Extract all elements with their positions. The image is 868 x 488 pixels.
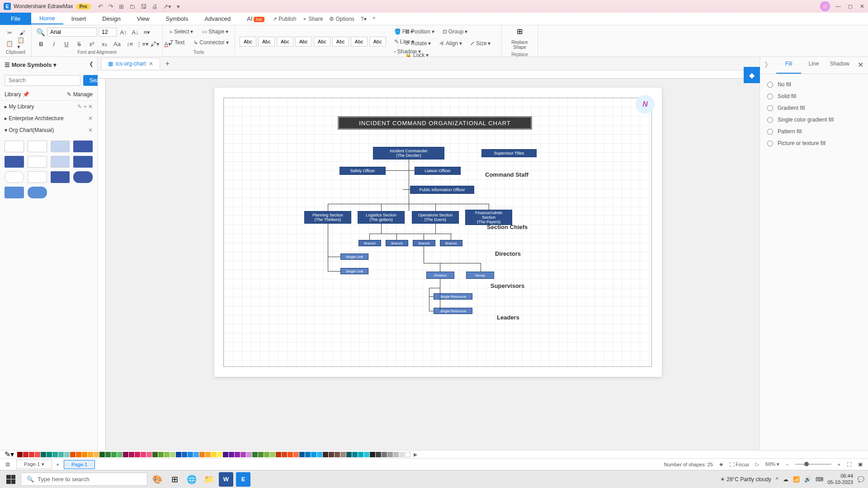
shape-stencil[interactable] [73, 141, 93, 152]
gradient-fill-option[interactable]: Gradient fill [767, 102, 861, 114]
color-swatch[interactable] [387, 452, 393, 457]
color-swatch[interactable] [299, 452, 305, 457]
color-swatch[interactable] [123, 452, 128, 457]
color-swatch[interactable] [135, 452, 140, 457]
menu-design[interactable]: Design [94, 14, 128, 24]
node-logistics[interactable]: Logistics Section(The getters) [358, 211, 405, 224]
shape-stencil[interactable] [28, 156, 47, 168]
user-avatar[interactable] [820, 1, 830, 11]
undo-button[interactable]: ↶ [98, 3, 103, 10]
label-section-chiefs[interactable]: Section Chiefs [487, 224, 528, 230]
page-select[interactable]: Page-1 ▾ [16, 460, 52, 469]
start-button[interactable] [4, 472, 18, 487]
color-swatch[interactable] [23, 452, 28, 457]
document-tab[interactable]: ▦ ics-org-chart ✕ [101, 58, 160, 69]
collapse-ribbon-button[interactable]: ^ [373, 16, 376, 22]
color-swatch[interactable] [358, 452, 363, 457]
style-swatch-5[interactable]: Abc [314, 37, 330, 47]
shape-stencil[interactable] [28, 187, 47, 198]
menu-view[interactable]: View [129, 14, 158, 24]
bullet-button[interactable]: ⋮≡▾ [137, 39, 147, 49]
node-division[interactable]: Division [426, 272, 454, 279]
my-library-item[interactable]: ▸ My Library [5, 103, 34, 110]
color-swatch[interactable] [205, 452, 211, 457]
subscript-button[interactable]: x₂ [99, 39, 109, 49]
weather-widget[interactable]: ☀ 28°C Partly cloudy [720, 476, 771, 483]
shape-stencil[interactable] [5, 171, 24, 183]
library-label[interactable]: Library 📌 [5, 91, 29, 98]
color-swatch[interactable] [64, 452, 70, 457]
no-fill-option[interactable]: No fill [767, 79, 861, 90]
color-swatch[interactable] [364, 452, 369, 457]
label-leaders[interactable]: Leaders [497, 314, 519, 321]
font-size-select[interactable] [99, 28, 117, 37]
zoom-in-button[interactable]: + [838, 462, 840, 467]
taskbar-taskview-icon[interactable]: ⊞ [167, 472, 182, 487]
node-finance[interactable]: Finance/Admin Section(The Payers) [465, 210, 512, 225]
color-swatch[interactable] [146, 452, 152, 457]
fill-tab[interactable]: Fill [776, 57, 801, 74]
shape-stencil[interactable] [51, 171, 70, 183]
color-swatch[interactable] [340, 452, 346, 457]
color-swatch[interactable] [170, 452, 175, 457]
shape-stencil[interactable] [28, 141, 47, 152]
color-swatch[interactable] [264, 452, 269, 457]
color-swatch[interactable] [52, 452, 58, 457]
node-branch-2[interactable]: Branch [386, 240, 408, 246]
color-swatch[interactable] [76, 452, 81, 457]
tray-onedrive-icon[interactable]: ☁ [783, 476, 788, 483]
windows-search[interactable]: 🔍 Type here to search [21, 473, 147, 486]
tray-notifications-icon[interactable]: 💬 [858, 476, 864, 483]
fit-page-button[interactable]: ⛶ [847, 462, 852, 467]
connector-tool-button[interactable]: ↳ Connector ▾ [191, 38, 231, 47]
color-swatch[interactable] [58, 452, 64, 457]
node-safety-officer[interactable]: Safety Officer [340, 167, 386, 175]
italic-button[interactable]: I [49, 39, 59, 49]
color-swatch[interactable] [217, 452, 222, 457]
color-swatch[interactable] [399, 452, 405, 457]
org-chart-item[interactable]: ▾ Org Chart(Manual) [5, 127, 54, 133]
presentation-icon[interactable]: ▷ [755, 461, 759, 467]
picture-fill-option[interactable]: Picture or texture fill [767, 137, 861, 149]
taskbar-explorer-icon[interactable]: 📁 [202, 472, 216, 487]
shape-stencil[interactable] [5, 187, 24, 198]
color-swatch[interactable] [352, 452, 358, 457]
node-operations[interactable]: Operations Section(The Doers) [412, 211, 459, 224]
close-button[interactable]: ✕ [860, 3, 864, 9]
color-swatch[interactable] [211, 452, 217, 457]
color-swatch[interactable] [41, 452, 46, 457]
color-swatch[interactable] [235, 452, 240, 457]
select-tool-button[interactable]: ▹ Select ▾ [167, 27, 196, 36]
taskbar-edge-icon[interactable]: 🌐 [184, 472, 199, 487]
decrease-font-button[interactable]: A↓ [130, 27, 140, 37]
color-swatch[interactable] [152, 452, 158, 457]
line-spacing-button[interactable]: ↕≡ [125, 39, 135, 49]
color-swatch[interactable] [47, 452, 52, 457]
node-liaison-officer[interactable]: Liaison Officer [415, 167, 461, 175]
shape-tool-button[interactable]: ▭ Shape ▾ [199, 27, 231, 36]
line-tab[interactable]: Line [801, 57, 826, 74]
rotate-button[interactable]: ⟳ Rotate▾ [402, 39, 434, 48]
canvas[interactable]: INCIDENT COMMAND ORGANIZATIONAL CHART In… [106, 79, 760, 450]
zoom-level[interactable]: 60% ▾ [765, 461, 779, 467]
color-swatch[interactable] [305, 452, 311, 457]
page-tab-1[interactable]: Page-1 [64, 460, 95, 469]
color-swatch[interactable] [199, 452, 205, 457]
menu-insert[interactable]: Insert [63, 14, 94, 24]
node-group[interactable]: Group [466, 272, 494, 279]
print-button[interactable]: 🖨 [152, 3, 158, 10]
color-swatch[interactable] [335, 452, 340, 457]
color-swatch[interactable] [141, 452, 146, 457]
menu-home[interactable]: Home [31, 13, 63, 24]
color-swatch[interactable] [70, 452, 75, 457]
underline-button[interactable]: U [61, 39, 71, 49]
superscript-button[interactable]: x² [87, 39, 97, 49]
collapse-left-panel-button[interactable]: 《 [87, 61, 93, 69]
node-single-resource-2[interactable]: Single Resource [434, 308, 472, 314]
color-swatch[interactable] [382, 452, 387, 457]
node-incident-commander[interactable]: Incident Commander(The Decider) [373, 147, 444, 160]
new-button[interactable]: ⊞ [119, 3, 124, 10]
zoom-slider[interactable] [795, 464, 831, 465]
close-tab-button[interactable]: ✕ [149, 61, 153, 67]
color-swatch[interactable] [229, 452, 234, 457]
